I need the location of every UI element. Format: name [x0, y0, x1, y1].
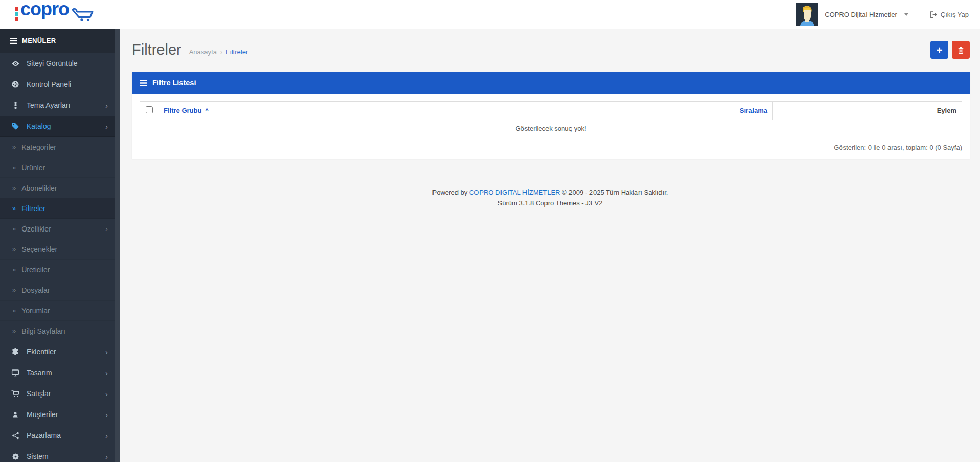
- chevron-right-icon: ›: [105, 411, 108, 419]
- double-angle-icon: »: [12, 204, 16, 212]
- dashboard-icon: [11, 80, 20, 88]
- sidebar-item-urunler[interactable]: » Ürünler: [0, 157, 115, 178]
- cart-icon: [11, 389, 20, 398]
- main-content: Filtreler Anasayfa › Filtreler +: [120, 29, 980, 462]
- sidebar-item-kontrol-paneli[interactable]: Kontrol Paneli: [0, 74, 115, 95]
- cart-logo-icon: [71, 5, 95, 21]
- sidebar-item-bilgi-sayfalari[interactable]: » Bilgi Sayfaları: [0, 321, 115, 341]
- chevron-right-icon: ›: [105, 369, 108, 377]
- sidebar-item-kategoriler[interactable]: » Kategoriler: [0, 137, 115, 157]
- sign-out-icon: [929, 11, 937, 18]
- top-header: copro COPRO Dijital Hizmetler: [0, 0, 980, 29]
- monitor-icon: [11, 369, 20, 377]
- brand-logo[interactable]: copro: [15, 1, 95, 28]
- footer-company-link[interactable]: COPRO DIGITAL HİZMETLER: [469, 189, 560, 196]
- eye-icon: [11, 60, 20, 67]
- double-angle-icon: »: [12, 266, 16, 273]
- chevron-right-icon: ›: [105, 348, 108, 356]
- double-angle-icon: »: [12, 307, 16, 314]
- footer: Powered by COPRO DIGITAL HİZMETLER © 200…: [120, 188, 980, 209]
- gear-icon: [11, 453, 20, 460]
- avatar: [796, 3, 818, 26]
- user-dropdown[interactable]: COPRO Dijital Hizmetler: [787, 0, 918, 29]
- double-angle-icon: »: [12, 225, 16, 233]
- chevron-right-icon: ›: [105, 102, 108, 109]
- page-header: Filtreler Anasayfa › Filtreler +: [120, 29, 980, 72]
- puzzle-icon: [11, 348, 20, 356]
- menu-header: MENÜLER: [0, 29, 115, 53]
- empty-message: Gösterilecek sonuç yok!: [140, 120, 962, 137]
- sidebar-item-secenekler[interactable]: » Seçenekler: [0, 239, 115, 260]
- sidebar-item-abonelikler[interactable]: » Abonelikler: [0, 178, 115, 198]
- logout-label: Çıkış Yap: [941, 11, 969, 18]
- sidebar-menu: Siteyi Görüntüle Kontrol Paneli: [0, 53, 115, 462]
- breadcrumb-home[interactable]: Anasayfa: [189, 48, 217, 56]
- logo-dashes-icon: [15, 7, 18, 21]
- sidebar-scrollbar[interactable]: [115, 29, 120, 462]
- panel-title: Filtre Listesi: [152, 79, 196, 87]
- logout-button[interactable]: Çıkış Yap: [918, 0, 980, 29]
- sidebar-item-pazarlama[interactable]: Pazarlama ›: [0, 425, 115, 446]
- filter-table: Filtre Grubu ^ Sıralama Eylem Gösterilec…: [140, 101, 962, 137]
- caret-up-icon: ^: [205, 107, 209, 114]
- add-button[interactable]: +: [930, 41, 948, 59]
- breadcrumb-current[interactable]: Filtreler: [226, 48, 248, 56]
- breadcrumb: Anasayfa › Filtreler: [189, 48, 248, 56]
- sidebar: MENÜLER Siteyi Görüntüle: [0, 29, 120, 462]
- share-icon: [11, 432, 20, 440]
- breadcrumb-separator-icon: ›: [220, 49, 222, 56]
- filter-list-panel: Filtre Listesi Filtre Grubu ^ Sıralama E…: [132, 72, 970, 159]
- sidebar-item-tema-ayarlari[interactable]: Tema Ayarları ›: [0, 95, 115, 116]
- column-eylem: Eylem: [773, 102, 962, 120]
- trash-icon: [957, 46, 965, 54]
- sidebar-item-ozellikler[interactable]: » Özellikler ›: [0, 219, 115, 239]
- logo-text: copro: [20, 1, 69, 17]
- sidebar-item-tasarim[interactable]: Tasarım ›: [0, 362, 115, 383]
- sidebar-item-ureticiler[interactable]: » Üreticiler: [0, 260, 115, 280]
- double-angle-icon: »: [12, 164, 16, 171]
- caret-down-icon: [904, 13, 908, 16]
- tags-icon: [11, 122, 20, 130]
- select-all-checkbox[interactable]: [146, 106, 153, 113]
- panel-heading: Filtre Listesi: [132, 72, 970, 94]
- sidebar-item-sistem[interactable]: Sistem ›: [0, 446, 115, 462]
- plus-icon: +: [937, 45, 943, 55]
- sidebar-item-satislar[interactable]: Satışlar ›: [0, 383, 115, 404]
- page-title: Filtreler: [132, 41, 181, 58]
- double-angle-icon: »: [12, 143, 16, 151]
- sort-filtre-grubu-link[interactable]: Filtre Grubu: [164, 107, 201, 114]
- footer-version: Sürüm 3.1.8 Copro Themes - J3 V2: [120, 198, 980, 209]
- delete-button[interactable]: [952, 41, 970, 59]
- sort-siralama-link[interactable]: Sıralama: [740, 107, 767, 114]
- ellipsis-v-icon: [11, 101, 20, 109]
- chevron-right-icon: ›: [105, 453, 108, 460]
- hamburger-icon: [10, 38, 17, 44]
- sidebar-item-dosyalar[interactable]: » Dosyalar: [0, 280, 115, 301]
- sidebar-item-yorumlar[interactable]: » Yorumlar: [0, 301, 115, 321]
- chevron-right-icon: ›: [105, 224, 108, 233]
- double-angle-icon: »: [12, 245, 16, 253]
- sidebar-item-siteyi-goruntule[interactable]: Siteyi Görüntüle: [0, 53, 115, 74]
- empty-row: Gösterilecek sonuç yok!: [140, 120, 962, 137]
- sidebar-item-eklentiler[interactable]: Eklentiler ›: [0, 341, 115, 362]
- sidebar-item-filtreler[interactable]: » Filtreler: [0, 198, 115, 219]
- double-angle-icon: »: [12, 286, 16, 294]
- pagination-summary: Gösterilen: 0 ile 0 arası, toplam: 0 (0 …: [140, 137, 962, 151]
- chevron-right-icon: ›: [105, 123, 108, 130]
- user-icon: [11, 411, 20, 419]
- table-header-row: Filtre Grubu ^ Sıralama Eylem: [140, 102, 962, 120]
- sidebar-item-katalog[interactable]: Katalog ›: [0, 116, 115, 137]
- chevron-right-icon: ›: [105, 390, 108, 398]
- list-icon: [140, 80, 147, 86]
- footer-copyright: Powered by COPRO DIGITAL HİZMETLER © 200…: [120, 188, 980, 198]
- double-angle-icon: »: [12, 184, 16, 192]
- sidebar-item-musteriler[interactable]: Müşteriler ›: [0, 404, 115, 425]
- chevron-right-icon: ›: [105, 432, 108, 440]
- logo-stripes: [20, 18, 69, 28]
- double-angle-icon: »: [12, 327, 16, 335]
- user-name: COPRO Dijital Hizmetler: [825, 11, 897, 18]
